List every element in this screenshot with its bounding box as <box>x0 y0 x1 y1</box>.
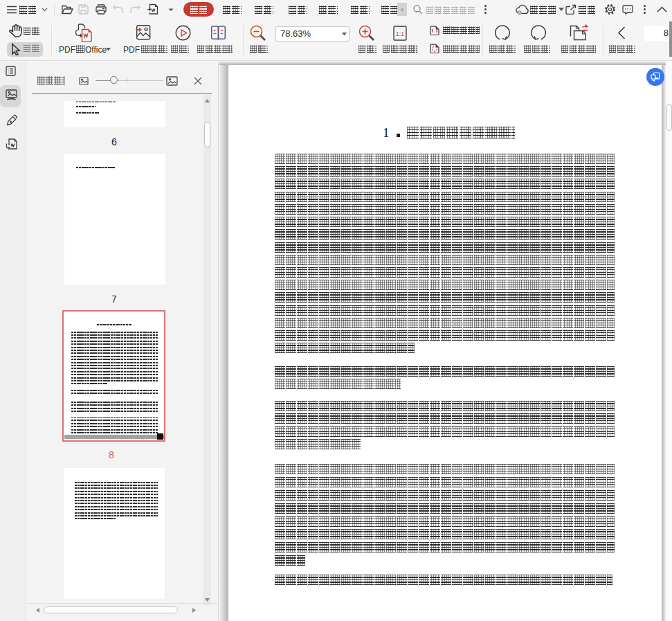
svg-text:1:1: 1:1 <box>396 30 404 37</box>
